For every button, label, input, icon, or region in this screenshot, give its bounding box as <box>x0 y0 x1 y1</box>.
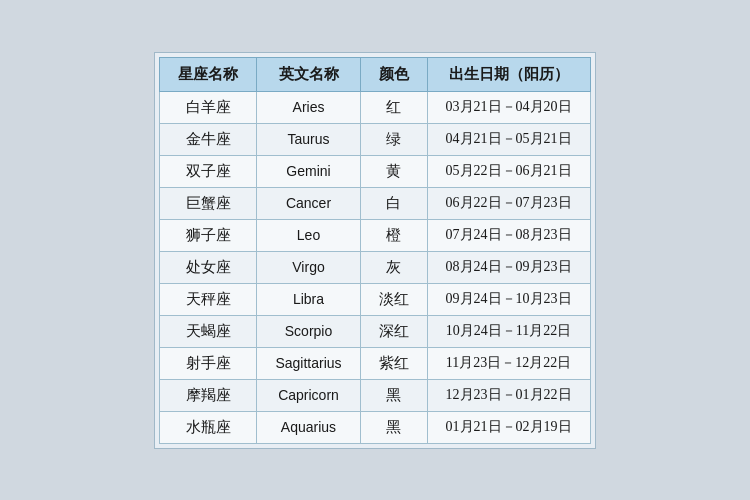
cell-en: Aquarius <box>257 411 360 443</box>
cell-cn: 双子座 <box>160 155 257 187</box>
cell-color: 淡红 <box>360 283 427 315</box>
cell-en: Leo <box>257 219 360 251</box>
cell-cn: 摩羯座 <box>160 379 257 411</box>
header-cn: 星座名称 <box>160 57 257 91</box>
cell-cn: 处女座 <box>160 251 257 283</box>
table-body: 白羊座Aries红03月21日－04月20日金牛座Taurus绿04月21日－0… <box>160 91 590 443</box>
cell-color: 白 <box>360 187 427 219</box>
cell-color: 灰 <box>360 251 427 283</box>
cell-date: 09月24日－10月23日 <box>427 283 590 315</box>
cell-date: 10月24日－11月22日 <box>427 315 590 347</box>
cell-en: Sagittarius <box>257 347 360 379</box>
cell-date: 11月23日－12月22日 <box>427 347 590 379</box>
cell-color: 黑 <box>360 411 427 443</box>
cell-date: 08月24日－09月23日 <box>427 251 590 283</box>
cell-color: 黑 <box>360 379 427 411</box>
table-row: 双子座Gemini黄05月22日－06月21日 <box>160 155 590 187</box>
header-en: 英文名称 <box>257 57 360 91</box>
cell-cn: 白羊座 <box>160 91 257 123</box>
cell-date: 01月21日－02月19日 <box>427 411 590 443</box>
table-row: 射手座Sagittarius紫红11月23日－12月22日 <box>160 347 590 379</box>
table-row: 处女座Virgo灰08月24日－09月23日 <box>160 251 590 283</box>
table-row: 天秤座Libra淡红09月24日－10月23日 <box>160 283 590 315</box>
cell-cn: 狮子座 <box>160 219 257 251</box>
cell-date: 03月21日－04月20日 <box>427 91 590 123</box>
cell-date: 07月24日－08月23日 <box>427 219 590 251</box>
cell-cn: 金牛座 <box>160 123 257 155</box>
cell-color: 紫红 <box>360 347 427 379</box>
table-row: 金牛座Taurus绿04月21日－05月21日 <box>160 123 590 155</box>
cell-color: 深红 <box>360 315 427 347</box>
cell-cn: 巨蟹座 <box>160 187 257 219</box>
cell-en: Gemini <box>257 155 360 187</box>
cell-en: Libra <box>257 283 360 315</box>
cell-date: 05月22日－06月21日 <box>427 155 590 187</box>
cell-en: Cancer <box>257 187 360 219</box>
cell-en: Scorpio <box>257 315 360 347</box>
cell-date: 12月23日－01月22日 <box>427 379 590 411</box>
cell-color: 绿 <box>360 123 427 155</box>
table-row: 水瓶座Aquarius黑01月21日－02月19日 <box>160 411 590 443</box>
table-row: 狮子座Leo橙07月24日－08月23日 <box>160 219 590 251</box>
cell-cn: 天秤座 <box>160 283 257 315</box>
cell-en: Aries <box>257 91 360 123</box>
cell-color: 黄 <box>360 155 427 187</box>
table-row: 白羊座Aries红03月21日－04月20日 <box>160 91 590 123</box>
table-container: 星座名称 英文名称 颜色 出生日期（阳历） 白羊座Aries红03月21日－04… <box>154 52 595 449</box>
zodiac-table: 星座名称 英文名称 颜色 出生日期（阳历） 白羊座Aries红03月21日－04… <box>159 57 590 444</box>
cell-date: 04月21日－05月21日 <box>427 123 590 155</box>
cell-en: Virgo <box>257 251 360 283</box>
header-date: 出生日期（阳历） <box>427 57 590 91</box>
cell-en: Capricorn <box>257 379 360 411</box>
table-header-row: 星座名称 英文名称 颜色 出生日期（阳历） <box>160 57 590 91</box>
cell-cn: 水瓶座 <box>160 411 257 443</box>
table-row: 摩羯座Capricorn黑12月23日－01月22日 <box>160 379 590 411</box>
table-row: 巨蟹座Cancer白06月22日－07月23日 <box>160 187 590 219</box>
cell-color: 橙 <box>360 219 427 251</box>
header-color: 颜色 <box>360 57 427 91</box>
cell-date: 06月22日－07月23日 <box>427 187 590 219</box>
cell-cn: 天蝎座 <box>160 315 257 347</box>
table-row: 天蝎座Scorpio深红10月24日－11月22日 <box>160 315 590 347</box>
cell-color: 红 <box>360 91 427 123</box>
cell-cn: 射手座 <box>160 347 257 379</box>
cell-en: Taurus <box>257 123 360 155</box>
